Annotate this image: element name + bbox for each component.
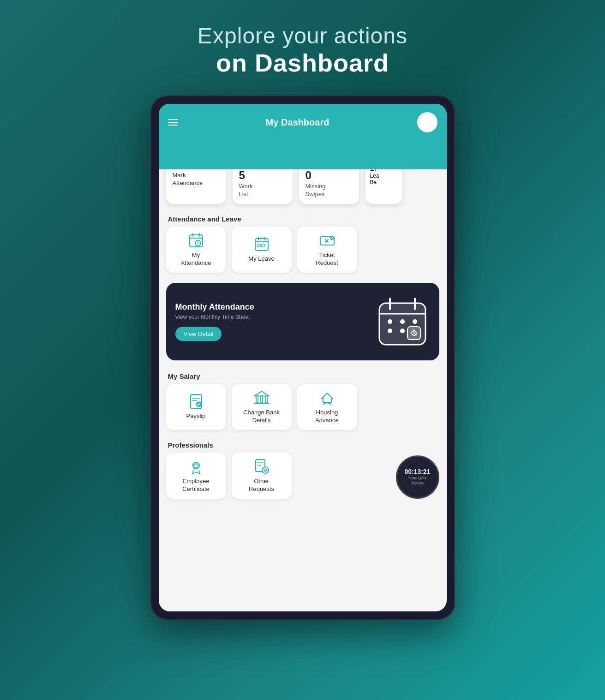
svg-rect-44 [261, 396, 263, 402]
attendance-leave-grid: MyAttendance My Leave [159, 227, 447, 277]
professionals-row: EmployeeCertificate [159, 453, 447, 503]
svg-rect-43 [256, 396, 258, 402]
change-bank-label: Change BankDetails [243, 409, 280, 425]
calendar-large-icon [375, 294, 430, 349]
page-title: Explore your actions on Dashboard [198, 23, 407, 77]
hamburger-menu[interactable] [168, 119, 178, 126]
app-header: My Dashboard [159, 104, 447, 169]
svg-marker-42 [254, 391, 269, 396]
timer-time: 00:13:21 [404, 468, 430, 475]
svg-rect-21 [262, 244, 264, 247]
bank-icon [253, 389, 270, 406]
employee-certificate-card[interactable]: EmployeeCertificate [166, 453, 226, 499]
change-bank-card[interactable]: Change BankDetails [232, 384, 292, 430]
svg-line-59 [267, 468, 268, 469]
stat-card-label-attendance: MarkAttendance [173, 172, 203, 187]
housing-advance-card[interactable]: HousingAdvance [297, 384, 357, 430]
svg-point-30 [400, 319, 405, 324]
payslip-icon [188, 393, 204, 410]
certificate-icon [188, 458, 204, 475]
svg-point-29 [388, 319, 392, 324]
header-title: My Dashboard [266, 117, 329, 128]
svg-point-32 [388, 329, 392, 333]
title-line1: Explore your actions [198, 23, 407, 48]
ticket-request-label: TicketRequest [316, 251, 338, 267]
stat-label-work-list: WorkList [239, 183, 253, 198]
my-attendance-card[interactable]: MyAttendance [166, 227, 226, 273]
payslip-label: Payslip [186, 413, 206, 420]
stat-number-work-list: 5 [239, 169, 245, 182]
my-leave-card[interactable]: My Leave [232, 227, 292, 273]
tablet-screen: My Dashboard [159, 104, 447, 611]
my-attendance-label: MyAttendance [181, 251, 211, 267]
calendar-clock-icon [188, 232, 204, 249]
svg-rect-45 [265, 396, 267, 402]
stat-number-missing-swipes: 0 [305, 169, 311, 182]
payslip-card[interactable]: Payslip [166, 384, 226, 430]
stat-label-leave-balance: LeaBa [370, 173, 379, 185]
section-label-attendance: Attendance and Leave [159, 209, 447, 227]
banner-subtitle: View your Monthly Time Sheet [175, 314, 254, 320]
title-line2: on Dashboard [198, 48, 407, 77]
tablet-frame: My Dashboard [150, 96, 455, 620]
svg-line-57 [263, 468, 264, 469]
svg-point-33 [400, 329, 405, 333]
salary-grid: Payslip Change BankDetails [159, 384, 447, 435]
svg-line-60 [263, 472, 264, 473]
svg-point-31 [413, 319, 417, 324]
avatar[interactable] [417, 112, 437, 132]
timer-circle: 00:13:21 TIME LEFTTODAY [396, 455, 439, 499]
monthly-attendance-banner: Monthly Attendance View your Monthly Tim… [166, 283, 439, 360]
housing-advance-label: HousingAdvance [315, 409, 339, 425]
section-label-salary: My Salary [159, 366, 447, 384]
calendar-list-icon [253, 236, 270, 252]
ticket-request-card[interactable]: TicketRequest [297, 227, 357, 273]
stat-label-missing-swipes: MissingSwipes [305, 183, 326, 198]
employee-certificate-label: EmployeeCertificate [182, 478, 210, 493]
banner-title: Monthly Attendance [175, 302, 254, 312]
gear-doc-icon [253, 458, 270, 475]
banner-content: Monthly Attendance View your Monthly Tim… [175, 302, 254, 341]
my-leave-label: My Leave [248, 255, 274, 263]
svg-line-58 [267, 472, 268, 473]
timer-label: TIME LEFTTODAY [408, 476, 427, 486]
ticket-icon [319, 232, 335, 249]
view-detail-button[interactable]: View Detail [175, 327, 222, 341]
section-label-professionals: Professionals [159, 435, 447, 453]
svg-rect-20 [258, 244, 260, 247]
house-hand-icon [319, 389, 335, 406]
other-requests-card[interactable]: OtherRequests [232, 453, 292, 499]
svg-line-15 [198, 243, 199, 244]
other-requests-label: OtherRequests [249, 478, 274, 493]
